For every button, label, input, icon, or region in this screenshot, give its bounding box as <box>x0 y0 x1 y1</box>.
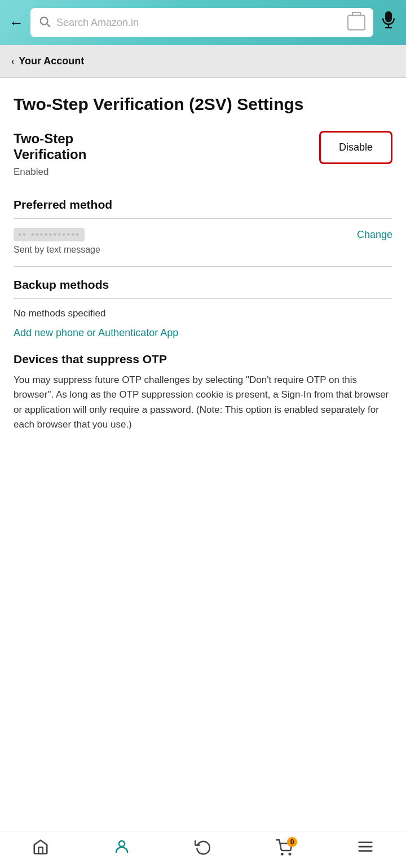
backup-methods-divider <box>14 298 392 299</box>
camera-scan-icon[interactable] <box>347 15 365 30</box>
page-title: Two-Step Verification (2SV) Settings <box>14 94 392 115</box>
home-icon <box>32 838 49 859</box>
nav-cart[interactable]: 0 <box>267 839 301 858</box>
otp-description: You may suppress future OTP challenges b… <box>14 373 392 432</box>
account-icon <box>113 838 130 859</box>
returns-icon <box>195 838 211 859</box>
sent-by-text: Sent by text message <box>14 245 392 255</box>
disable-button[interactable]: Disable <box>319 131 392 164</box>
back-button[interactable]: ← <box>9 14 24 32</box>
change-link[interactable]: Change <box>357 229 392 241</box>
no-methods-text: No methods specified <box>14 308 392 319</box>
svg-line-1 <box>47 24 50 27</box>
add-method-link[interactable]: Add new phone or Authenticator App <box>14 327 178 338</box>
menu-icon <box>357 838 374 859</box>
search-placeholder-text: Search Amazon.in <box>56 17 342 29</box>
tsv-status: Enabled <box>14 166 312 178</box>
svg-point-6 <box>119 841 125 847</box>
tsv-info: Two-StepVerification Enabled <box>14 131 312 178</box>
search-bar[interactable]: Search Amazon.in <box>30 8 373 37</box>
tsv-label: Two-StepVerification <box>14 131 312 164</box>
backup-methods-title: Backup methods <box>14 278 392 292</box>
preferred-method-section: Preferred method •• ••••••••••• Change S… <box>14 198 392 255</box>
nav-returns[interactable] <box>186 838 220 859</box>
cart-count-badge: 0 <box>287 837 297 847</box>
app-header: ← Search Amazon.in <box>0 0 406 45</box>
nav-menu[interactable] <box>348 838 382 859</box>
svg-rect-5 <box>38 847 43 853</box>
phone-number-masked: •• ••••••••••• <box>14 228 85 241</box>
section-divider-1 <box>14 266 392 267</box>
otp-suppress-section: Devices that suppress OTP You may suppre… <box>14 353 392 432</box>
microphone-icon[interactable] <box>380 11 397 34</box>
breadcrumb-label: Your Account <box>19 55 84 67</box>
backup-methods-section: Backup methods No methods specified Add … <box>14 278 392 339</box>
search-icon <box>38 15 51 30</box>
bottom-navigation: 0 <box>0 831 406 868</box>
svg-rect-2 <box>386 12 391 21</box>
breadcrumb[interactable]: ‹ Your Account <box>0 45 406 78</box>
two-step-verification-section: Two-StepVerification Enabled Disable <box>14 131 392 178</box>
method-row: •• ••••••••••• Change <box>14 228 392 241</box>
breadcrumb-chevron-icon: ‹ <box>11 56 14 67</box>
preferred-method-title: Preferred method <box>14 198 392 212</box>
main-content: Two-Step Verification (2SV) Settings Two… <box>0 78 406 868</box>
svg-point-8 <box>289 853 291 855</box>
preferred-method-divider <box>14 218 392 219</box>
svg-point-7 <box>281 853 283 855</box>
nav-home[interactable] <box>24 838 58 859</box>
nav-account[interactable] <box>105 838 139 859</box>
cart-badge: 0 <box>276 839 293 858</box>
otp-title: Devices that suppress OTP <box>14 353 392 366</box>
